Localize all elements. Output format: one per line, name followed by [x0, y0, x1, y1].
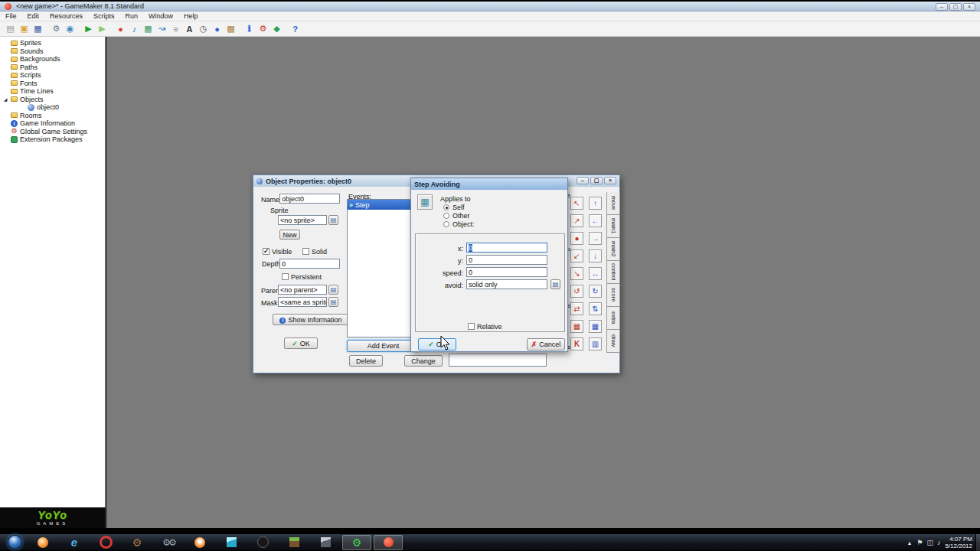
debug-game-icon[interactable]: ▶ [96, 22, 109, 35]
avoid-menu-button[interactable] [550, 279, 560, 289]
solid-checkbox[interactable] [302, 248, 309, 255]
action-icon[interactable]: ▥ [589, 337, 602, 350]
sprite-field[interactable]: <no sprite> [278, 215, 327, 225]
blender-icon[interactable] [185, 534, 214, 551]
applies-other-radio[interactable] [443, 213, 449, 219]
gamemaker-green-gear-icon[interactable]: ⚙ [342, 535, 371, 550]
dialog-maximize-button[interactable]: ▢ [590, 177, 603, 184]
action-icon[interactable]: ● [570, 232, 583, 245]
game-information-icon[interactable]: ℹ [243, 22, 256, 35]
menu-item[interactable]: Help [178, 11, 204, 21]
object-ok-button[interactable]: OK [284, 337, 318, 349]
action-tab[interactable]: main2 [606, 238, 620, 261]
tree-item[interactable]: Time Lines [0, 87, 105, 96]
menu-item[interactable]: Edit [22, 11, 45, 21]
mask-menu-button[interactable] [328, 297, 338, 307]
gray-cube-app-icon[interactable] [311, 534, 340, 551]
action-icon[interactable]: ↘ [570, 267, 583, 280]
global-settings-icon[interactable]: ⚙ [256, 22, 270, 35]
tree-item[interactable]: ◢ Objects [0, 96, 105, 104]
action-tab[interactable]: score [606, 284, 620, 307]
delete-event-button[interactable]: Delete [349, 355, 383, 367]
menu-item[interactable]: File [0, 11, 22, 21]
name-input[interactable]: object0 [279, 194, 340, 204]
tree-item[interactable]: Backgrounds [0, 55, 105, 64]
action-tab[interactable]: move [606, 192, 620, 215]
save-icon[interactable]: ▦ [31, 22, 44, 35]
create-timeline-icon[interactable]: ◷ [197, 22, 210, 35]
persistent-checkbox[interactable] [282, 273, 289, 280]
start-button[interactable] [3, 534, 26, 551]
gear-app-icon[interactable]: ⚙ [122, 534, 152, 551]
tree-item[interactable]: Sounds [0, 47, 105, 56]
close-button[interactable]: × [963, 3, 975, 11]
visible-checkbox[interactable] [263, 248, 270, 255]
mask-field[interactable]: <same as sprite> [278, 297, 327, 307]
network-icon[interactable]: ◫ [926, 539, 933, 546]
menu-item[interactable]: Scripts [88, 11, 120, 21]
action-center-icon[interactable]: ⚑ [916, 539, 923, 546]
open-folder-icon[interactable]: ▣ [18, 22, 31, 35]
tree-item[interactable]: object0 [0, 103, 105, 112]
menu-item[interactable]: Run [120, 11, 144, 21]
dark-circle-app-icon[interactable] [248, 534, 277, 551]
event-item-step[interactable]: » Step [348, 200, 419, 210]
tree-item[interactable]: Fonts [0, 80, 105, 88]
action-icon[interactable]: ↔ [589, 267, 602, 280]
firefox-icon[interactable] [28, 534, 57, 551]
step-cancel-button[interactable]: Cancel [527, 338, 565, 350]
action-icon[interactable]: ▦ [589, 320, 602, 333]
new-file-icon[interactable]: ▤ [4, 22, 17, 35]
action-icon[interactable]: ↻ [589, 285, 602, 298]
sprite-menu-button[interactable] [328, 215, 338, 225]
actions-list[interactable] [449, 354, 547, 367]
speed-input[interactable]: 0 [466, 267, 547, 277]
action-icon[interactable]: ⇄ [570, 302, 583, 315]
action-icon[interactable]: ↑ [589, 197, 602, 210]
action-tab[interactable]: main1 [606, 215, 620, 238]
gamemaker-app-icon[interactable] [374, 535, 403, 550]
menu-item[interactable]: Resources [44, 11, 88, 21]
create-sprite-icon[interactable]: ● [114, 22, 127, 35]
action-icon[interactable]: → [589, 232, 602, 245]
volume-icon[interactable]: ♪ [937, 539, 941, 546]
y-input[interactable]: 0 [466, 255, 547, 265]
publish-icon[interactable]: ◉ [64, 22, 77, 35]
action-icon[interactable]: ↺ [570, 285, 583, 298]
menu-item[interactable]: Window [143, 11, 178, 21]
action-icon[interactable]: K [570, 337, 583, 350]
create-sound-icon[interactable]: ♪ [128, 22, 141, 35]
avoid-input[interactable]: solid only [466, 279, 547, 289]
action-icon[interactable]: ↙ [570, 249, 583, 262]
action-icon[interactable]: ← [589, 214, 602, 227]
create-path-icon[interactable]: ↝ [155, 22, 168, 35]
run-game-icon[interactable]: ▶ [82, 22, 95, 35]
action-tab[interactable]: extra [606, 307, 620, 330]
parent-field[interactable]: <no parent> [278, 285, 327, 295]
dialog-close-button[interactable]: × [604, 177, 616, 184]
create-executable-icon[interactable]: ⚙ [50, 22, 63, 35]
dialog-minimize-button[interactable]: – [577, 177, 589, 184]
action-tab[interactable]: draw [606, 330, 620, 353]
minecraft-icon[interactable] [279, 534, 309, 551]
x-input[interactable]: 0 [466, 243, 547, 253]
applies-self-radio[interactable] [443, 204, 449, 210]
new-sprite-button[interactable]: New [279, 230, 300, 240]
change-event-button[interactable]: Change [404, 355, 443, 367]
add-event-button[interactable]: Add Event [347, 340, 420, 352]
relative-checkbox[interactable] [468, 323, 475, 330]
action-icon[interactable]: ↗ [570, 214, 583, 227]
show-desktop-button[interactable] [975, 534, 980, 551]
action-tab[interactable]: control [606, 261, 620, 284]
create-script-icon[interactable]: ≡ [169, 22, 182, 35]
hidden-icons-button[interactable]: ▲ [906, 540, 912, 546]
extension-packages-icon[interactable]: ◆ [270, 22, 283, 35]
create-font-icon[interactable]: A [183, 22, 196, 35]
create-object-icon[interactable]: ● [211, 22, 224, 35]
tree-item[interactable]: Global Game Settings [0, 128, 105, 136]
clock[interactable]: 4:07 PM 5/12/2012 [945, 536, 972, 549]
tree-item[interactable]: Extension Packages [0, 135, 105, 144]
tree-item[interactable]: Scripts [0, 71, 105, 80]
tree-item[interactable]: Paths [0, 64, 105, 72]
tree-item[interactable]: Rooms [0, 112, 105, 120]
